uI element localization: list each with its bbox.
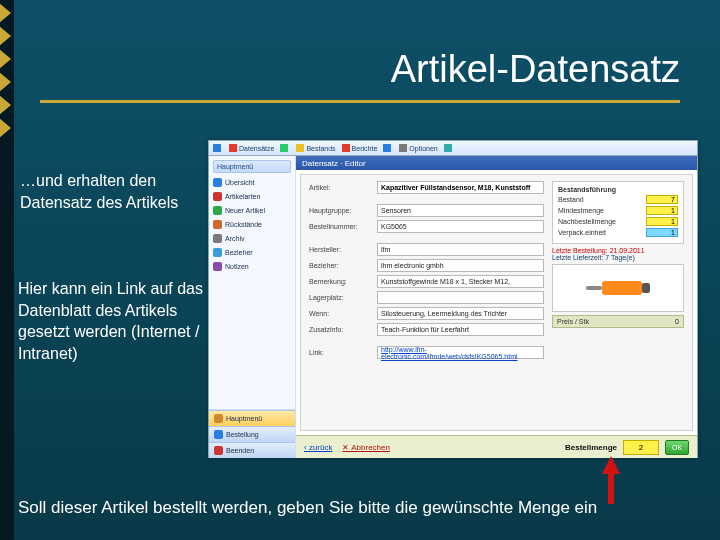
sidebar-button-main[interactable]: Hauptmenü [209, 410, 295, 426]
editor-panel: Datensatz · Editor Artikel:Kapazitiver F… [296, 156, 697, 458]
value-verpack[interactable]: 1 [646, 228, 678, 237]
ok-button[interactable]: OK [665, 440, 689, 455]
sidebar-item-notes[interactable]: Notizen [213, 262, 291, 271]
input-lagerplatz[interactable] [377, 291, 544, 304]
qty-label: Bestellmenge [565, 443, 617, 452]
archive-icon [213, 234, 222, 243]
home-icon [214, 414, 223, 423]
toolbar-item[interactable] [280, 144, 290, 152]
cart-icon [214, 430, 223, 439]
toolbar-icon [399, 144, 407, 152]
label-bestand: Bestand [558, 196, 584, 203]
sidebar-item-label: Artikelarten [225, 193, 260, 200]
left-ornament [0, 0, 14, 540]
sidebar-item-label: Archiv [225, 235, 244, 242]
add-icon [213, 206, 222, 215]
input-hauptgruppe[interactable]: Sensoren [377, 204, 544, 217]
slide: Artikel-Datensatz …und erhalten den Date… [0, 0, 720, 540]
label-link: Link: [309, 349, 373, 356]
page-title: Artikel-Datensatz [391, 48, 680, 91]
price-value: 0 [675, 318, 679, 325]
toolbar-item[interactable] [444, 144, 454, 152]
toolbar-icon [383, 144, 391, 152]
value-nachbest[interactable]: 1 [646, 217, 678, 226]
price-label: Preis / Stk [557, 318, 589, 325]
sidebar-item-artikelarten[interactable]: Artikelarten [213, 192, 291, 201]
sidebar-item-overview[interactable]: Übersicht [213, 178, 291, 187]
sidebar-title: Hauptmenü [213, 160, 291, 173]
sidebar-item-label: Übersicht [225, 179, 255, 186]
value-mindest[interactable]: 1 [646, 206, 678, 215]
label-zusatz: Zusatzinfo: [309, 326, 373, 333]
label-hauptgruppe: Hauptgruppe: [309, 207, 373, 214]
stock-box-title: Bestandsführung [558, 186, 678, 193]
title-underline [40, 100, 680, 103]
toolbar-icon [213, 144, 221, 152]
product-image [552, 264, 684, 312]
sidebar-item-label: Neuer Artikel [225, 207, 265, 214]
sidebar-item-label: Rückstände [225, 221, 262, 228]
caption-link: Hier kann ein Link auf das Datenblatt de… [18, 278, 208, 364]
sidebar-item-new-article[interactable]: Neuer Artikel [213, 206, 291, 215]
caption-top: …und erhalten den Datensatz des Artikels [20, 170, 200, 213]
stock-box: Bestandsführung Bestand7 Mindestmenge1 N… [552, 181, 684, 244]
backorder-icon [213, 220, 222, 229]
input-artikel[interactable]: Kapazitiver Füllstandsensor, M18, Kunsts… [377, 181, 544, 194]
toolbar-item[interactable]: Berichte [342, 144, 378, 152]
overview-icon [213, 178, 222, 187]
value-bestand[interactable]: 7 [646, 195, 678, 204]
input-bezieher[interactable]: ihm electronic gmbh [377, 259, 544, 272]
label-wenn: Wenn: [309, 310, 373, 317]
toolbar-icon [229, 144, 237, 152]
qty-input[interactable]: 2 [623, 440, 659, 455]
sidebar-item-archive[interactable]: Archiv [213, 234, 291, 243]
input-bestellnr[interactable]: KG5065 [377, 220, 544, 233]
supplier-icon [213, 248, 222, 257]
exit-icon [214, 446, 223, 455]
editor-header: Datensatz · Editor [296, 156, 697, 170]
label-mindest: Mindestmenge [558, 207, 604, 214]
editor-footer: ‹ zurück ✕ Abbrechen Bestellmenge 2 OK [296, 435, 697, 458]
input-bemerkung[interactable]: Kunststoffgewinde M18 x 1, Stecker M12, [377, 275, 544, 288]
sidebar-item-supplier[interactable]: Bezieher [213, 248, 291, 257]
sidebar-item-label: Notizen [225, 263, 249, 270]
cancel-link[interactable]: ✕ Abbrechen [342, 443, 389, 452]
toolbar-icon [296, 144, 304, 152]
label-hersteller: Hersteller: [309, 246, 373, 253]
sensor-icon [586, 281, 650, 295]
toolbar-icon [444, 144, 452, 152]
label-bemerkung: Bemerkung: [309, 278, 373, 285]
last-order-note: Letzte Bestellung: 21.09.2011 Letzte Lie… [552, 247, 684, 261]
sidebar-button-order[interactable]: Bestellung [209, 426, 295, 442]
toolbar-item[interactable] [213, 144, 223, 152]
label-artikel: Artikel: [309, 184, 373, 191]
label-bestellnr: Bestellnummer: [309, 223, 373, 230]
toolbar-icon [280, 144, 288, 152]
input-zusatz[interactable]: Teach-Funktion für Leerfahrt [377, 323, 544, 336]
label-verpack: Verpack.einheit [558, 229, 606, 236]
label-nachbest: Nachbestellmenge [558, 218, 616, 225]
caption-bottom: Soll dieser Artikel bestellt werden, geb… [18, 498, 702, 518]
sidebar-item-label: Bezieher [225, 249, 253, 256]
input-link[interactable]: http://www.ifm-electronic.com/ifmde/web/… [377, 346, 544, 359]
sidebar: Hauptmenü Übersicht Artikelarten Neuer A… [209, 156, 296, 458]
input-wenn[interactable]: Silosteuerung, Leermeldung des Trichter [377, 307, 544, 320]
category-icon [213, 192, 222, 201]
price-bar: Preis / Stk 0 [552, 315, 684, 328]
toolbar-item[interactable]: Datensätze [229, 144, 274, 152]
red-arrow-icon [602, 456, 620, 504]
input-hersteller[interactable]: ifm [377, 243, 544, 256]
editor-title: Datensatz · Editor [302, 159, 366, 168]
back-link[interactable]: ‹ zurück [304, 443, 332, 452]
notes-icon [213, 262, 222, 271]
label-bezieher: Bezieher: [309, 262, 373, 269]
toolbar-icon [342, 144, 350, 152]
toolbar-item[interactable] [383, 144, 393, 152]
main-toolbar: Datensätze Bestands Berichte Optionen [209, 141, 697, 156]
label-lagerplatz: Lagerplatz: [309, 294, 373, 301]
toolbar-item[interactable]: Bestands [296, 144, 335, 152]
app-window: Datensätze Bestands Berichte Optionen Ha… [208, 140, 698, 458]
sidebar-item-backorders[interactable]: Rückstände [213, 220, 291, 229]
toolbar-item[interactable]: Optionen [399, 144, 437, 152]
sidebar-button-exit[interactable]: Beenden [209, 442, 295, 458]
